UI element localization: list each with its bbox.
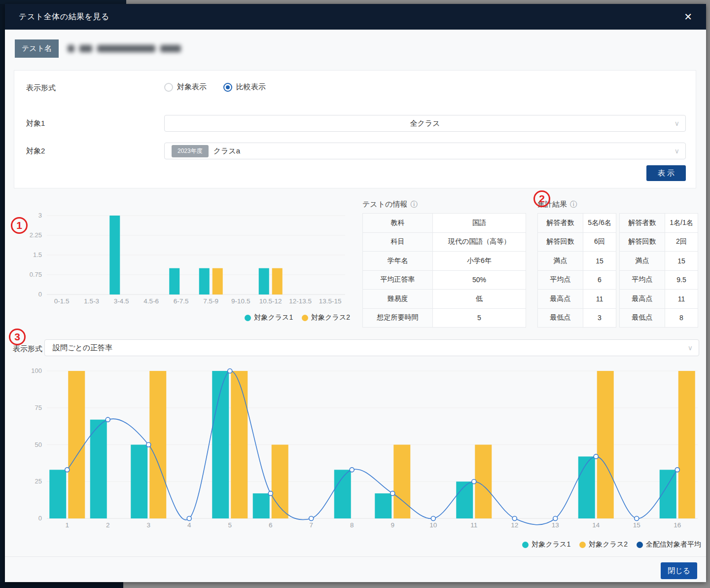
row-label: 解答回数 xyxy=(620,232,665,252)
row-value: 11 xyxy=(583,290,616,309)
question-display-format-value: 設問ごとの正答率 xyxy=(53,343,112,353)
svg-text:0: 0 xyxy=(38,514,42,522)
target2-value: クラスa xyxy=(213,147,240,156)
target1-select[interactable]: 全クラス ∨ xyxy=(164,115,686,132)
question-display-format-select[interactable]: 設問ごとの正答率 ∨ xyxy=(44,339,699,356)
svg-text:14: 14 xyxy=(592,521,600,529)
svg-text:10: 10 xyxy=(429,521,437,529)
table-row: 科目現代の国語（高等） xyxy=(363,232,526,252)
svg-text:3: 3 xyxy=(146,521,150,529)
table-row: 満点15 xyxy=(538,252,616,271)
row-label: 最高点 xyxy=(538,290,583,309)
row-label: 解答者数 xyxy=(538,214,583,233)
modal-header: テスト全体の結果を見る ✕ xyxy=(5,4,706,30)
test-results-modal: テスト全体の結果を見る ✕ テスト名 表示形式 対象表示比較表示 対象1 全クラ… xyxy=(5,4,706,582)
close-icon[interactable]: ✕ xyxy=(684,12,692,22)
table-row: 最低点3 xyxy=(538,308,616,328)
svg-text:5: 5 xyxy=(228,521,232,529)
chevron-down-icon: ∨ xyxy=(688,344,693,352)
svg-text:9-10.5: 9-10.5 xyxy=(231,297,250,305)
svg-text:2: 2 xyxy=(106,521,110,529)
table-row: 最高点11 xyxy=(620,290,698,309)
aggregate-title: 集計結果 ⓘ xyxy=(537,200,698,209)
table-row: 解答回数6回 xyxy=(538,232,616,252)
svg-text:7: 7 xyxy=(309,521,313,529)
show-button[interactable]: 表 示 xyxy=(646,165,686,181)
chevron-down-icon: ∨ xyxy=(674,119,679,127)
row-label: 満点 xyxy=(620,252,665,271)
row-value: 6回 xyxy=(583,232,616,252)
table-row: 難易度低 xyxy=(363,290,526,309)
radio-icon xyxy=(164,83,173,92)
row-value: 9.5 xyxy=(665,270,698,290)
row-label: 最低点 xyxy=(538,308,583,328)
test-info-title: テストの情報 ⓘ xyxy=(362,200,526,209)
row-value: 国語 xyxy=(433,214,526,233)
svg-text:1: 1 xyxy=(65,521,69,529)
modal-title: テスト全体の結果を見る xyxy=(19,12,109,22)
row-label: 解答回数 xyxy=(538,232,583,252)
target2-select[interactable]: 2023年度 クラスa ∨ xyxy=(164,143,686,159)
test-info-block: テストの情報 ⓘ 教科国語科目現代の国語（高等）学年名小学6年平均正答率50%難… xyxy=(362,200,526,328)
legend-label: 対象クラス2 xyxy=(589,540,628,549)
target1-value: 全クラス xyxy=(165,119,685,128)
target2-label: 対象2 xyxy=(26,147,45,156)
legend-dot-icon xyxy=(522,542,529,548)
question-accuracy-chart: 025507510012345678910111213141516 xyxy=(20,363,706,535)
legend-dot-icon xyxy=(637,542,643,548)
legend-item: 全配信対象者平均 xyxy=(637,540,701,549)
aggregate-table-1: 解答者数5名/6名解答回数6回満点15平均点6最高点11最低点3 xyxy=(537,213,616,328)
radio-compare-display[interactable]: 比較表示 xyxy=(223,82,266,92)
annotation-marker-2: 2 xyxy=(533,190,550,207)
svg-text:0: 0 xyxy=(38,291,42,298)
aggregate-results-block: 集計結果 ⓘ 解答者数5名/6名解答回数6回満点15平均点6最高点11最低点3解… xyxy=(537,200,698,328)
aggregate-table-2: 解答者数1名/1名解答回数2回満点15平均点9.5最高点11最低点8 xyxy=(619,213,698,328)
row-value: 低 xyxy=(433,290,526,309)
svg-text:10.5-12: 10.5-12 xyxy=(259,297,282,305)
row-label: 満点 xyxy=(538,252,583,271)
table-row: 最低点8 xyxy=(620,308,698,328)
target1-label: 対象1 xyxy=(26,119,45,128)
question-accuracy-legend: 対象クラス1対象クラス2全配信対象者平均 xyxy=(20,540,706,549)
display-format-label: 表示形式 xyxy=(26,83,56,93)
test-name-redacted xyxy=(68,45,181,52)
close-button[interactable]: 閉じる xyxy=(661,562,697,579)
table-row: 最高点11 xyxy=(538,290,616,309)
legend-item: 対象クラス2 xyxy=(302,313,350,322)
question-accuracy-chart-block: 025507510012345678910111213141516 対象クラス1… xyxy=(20,363,706,549)
score-distribution-legend: 対象クラス1対象クラス2 xyxy=(20,313,355,322)
svg-text:12-13.5: 12-13.5 xyxy=(289,297,312,305)
svg-text:15: 15 xyxy=(633,521,640,529)
row-value: 小学6年 xyxy=(433,252,526,271)
test-name-row: テスト名 xyxy=(15,39,181,58)
svg-text:16: 16 xyxy=(674,521,681,529)
svg-text:1.5-3: 1.5-3 xyxy=(84,297,99,305)
row-value: 15 xyxy=(583,252,616,271)
target2-year-badge: 2023年度 xyxy=(172,145,209,157)
row-value: 8 xyxy=(665,308,698,328)
info-icon[interactable]: ⓘ xyxy=(570,200,577,209)
radio-target-display[interactable]: 対象表示 xyxy=(164,82,207,92)
table-row: 解答回数2回 xyxy=(620,232,698,252)
question-display-format-label: 表示形式 xyxy=(13,344,42,354)
svg-text:3: 3 xyxy=(38,212,42,219)
legend-label: 対象クラス2 xyxy=(311,313,350,322)
annotation-marker-3: 3 xyxy=(9,329,26,345)
svg-text:7.5-9: 7.5-9 xyxy=(203,297,218,305)
row-value: 5名/6名 xyxy=(583,214,616,233)
table-row: 平均点6 xyxy=(538,270,616,290)
row-label: 教科 xyxy=(363,214,433,233)
modal-body: テスト名 表示形式 対象表示比較表示 対象1 全クラス ∨ 対象2 2023年度… xyxy=(5,30,706,582)
row-value: 11 xyxy=(665,290,698,309)
info-icon[interactable]: ⓘ xyxy=(410,200,417,209)
row-value: 現代の国語（高等） xyxy=(433,232,526,252)
row-value: 6 xyxy=(583,270,616,290)
window-edge-bottom xyxy=(0,582,123,588)
table-row: 教科国語 xyxy=(363,214,526,233)
svg-text:13: 13 xyxy=(552,521,559,529)
row-value: 3 xyxy=(583,308,616,328)
legend-dot-icon xyxy=(579,542,586,548)
row-label: 平均点 xyxy=(538,270,583,290)
legend-item: 対象クラス2 xyxy=(579,540,628,549)
svg-text:11: 11 xyxy=(470,521,477,529)
